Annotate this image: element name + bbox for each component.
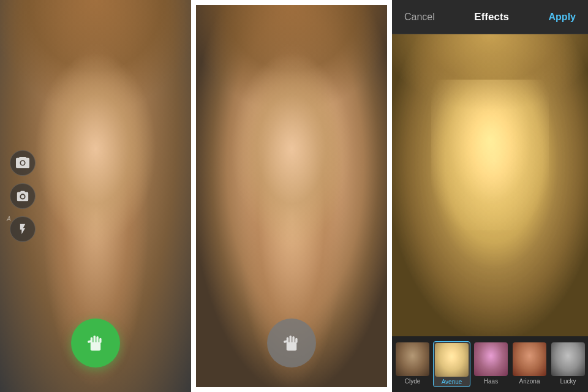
cancel-button[interactable]: Cancel	[404, 12, 435, 23]
grab-button-inactive[interactable]	[267, 318, 316, 368]
filter-row: Clyde Avenue Haas Arizona	[392, 336, 588, 392]
filter-clyde-thumbnail	[396, 342, 429, 376]
left-camera-panel: A	[0, 0, 191, 392]
filter-arizona-label: Arizona	[519, 378, 540, 385]
svg-rect-9	[292, 336, 294, 343]
filter-haas-label: Haas	[484, 378, 498, 385]
svg-rect-3	[96, 336, 98, 343]
svg-rect-8	[290, 336, 292, 343]
filter-clyde-label: Clyde	[405, 378, 421, 385]
filter-arizona[interactable]: Arizona	[511, 341, 548, 387]
right-preview-panel	[191, 0, 392, 392]
camera-controls: A	[10, 150, 36, 242]
front-camera-button[interactable]	[10, 150, 36, 176]
effects-title: Effects	[474, 11, 509, 23]
svg-rect-2	[94, 336, 96, 343]
effects-preview-area	[392, 34, 588, 336]
flash-auto-label: A	[7, 216, 11, 222]
filter-lucky-thumbnail	[551, 342, 585, 376]
svg-rect-10	[295, 338, 297, 343]
flash-button[interactable]: A	[10, 216, 36, 242]
filter-avenue-thumbnail	[435, 343, 469, 377]
filter-lucky-label: Lucky	[560, 378, 576, 385]
filter-clyde[interactable]: Clyde	[394, 341, 431, 387]
rear-camera-button[interactable]	[10, 183, 36, 209]
filter-avenue[interactable]: Avenue	[433, 341, 470, 387]
effects-preview-image	[392, 34, 588, 336]
filter-haas[interactable]: Haas	[473, 341, 509, 387]
effects-sidebar: Cancel Effects Apply	[392, 0, 588, 392]
front-camera-icon	[16, 156, 29, 170]
filter-arizona-thumbnail	[513, 342, 546, 376]
rear-camera-icon	[16, 189, 29, 203]
apply-button[interactable]: Apply	[549, 12, 576, 23]
flash-icon	[17, 223, 29, 235]
hand-grab-active-icon	[82, 330, 109, 356]
effects-header: Cancel Effects Apply	[392, 0, 588, 34]
svg-rect-4	[99, 338, 101, 343]
hand-grab-inactive-icon	[278, 330, 305, 356]
main-container: A	[0, 0, 588, 392]
grab-button-active[interactable]	[71, 318, 120, 368]
filter-avenue-label: Avenue	[442, 379, 462, 385]
filter-haas-thumbnail	[474, 342, 508, 376]
filter-lucky[interactable]: Lucky	[550, 341, 586, 387]
